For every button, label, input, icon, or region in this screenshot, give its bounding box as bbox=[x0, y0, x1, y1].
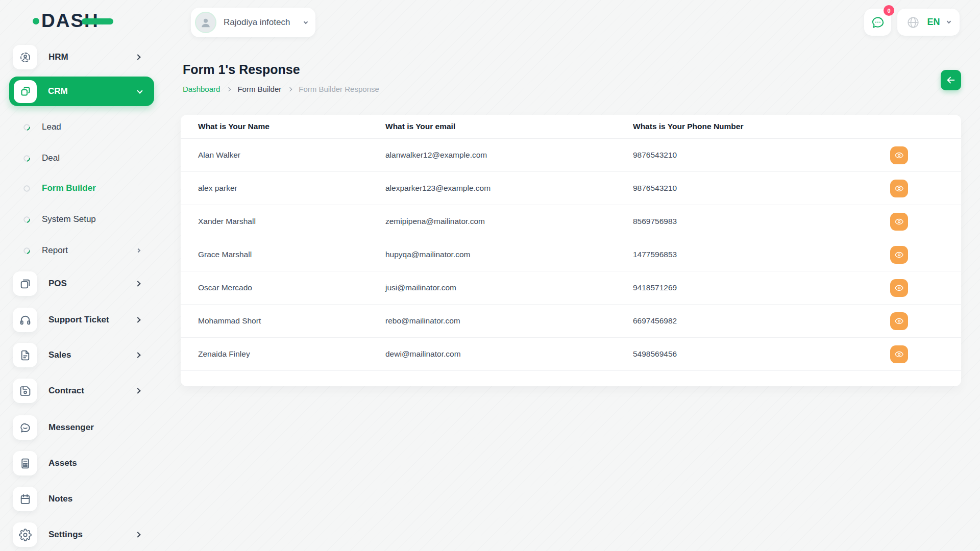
chevron-right-icon bbox=[136, 248, 140, 253]
table-header-row: What is Your Name What is Your email Wha… bbox=[181, 115, 961, 139]
chevron-right-icon bbox=[135, 317, 140, 322]
cell-email: jusi@mailinator.com bbox=[385, 283, 633, 292]
cell-email: hupyqa@mailinator.com bbox=[385, 250, 633, 259]
table-row: Oscar Mercado jusi@mailinator.com 941857… bbox=[181, 271, 961, 305]
table-row: Mohammad Short rebo@mailinator.com 66974… bbox=[181, 305, 961, 338]
breadcrumb-form-builder[interactable]: Form Builder bbox=[237, 85, 281, 93]
view-response-button[interactable] bbox=[890, 279, 908, 297]
chevron-down-icon bbox=[947, 19, 951, 23]
sidebar-item-sales[interactable]: Sales bbox=[0, 343, 153, 367]
chevron-right-icon bbox=[135, 54, 140, 60]
column-header-email: What is Your email bbox=[385, 122, 633, 131]
document-icon bbox=[13, 343, 37, 367]
chat-bubble-icon bbox=[13, 415, 37, 440]
bullet-icon bbox=[23, 216, 30, 223]
floppy-disk-icon bbox=[13, 379, 37, 403]
app-logo: DASH bbox=[33, 8, 125, 33]
bullet-icon bbox=[23, 247, 30, 254]
pos-screens-icon bbox=[13, 271, 37, 296]
sidebar-item-pos[interactable]: POS bbox=[0, 271, 153, 296]
sidebar-item-form-builder[interactable]: Form Builder bbox=[0, 178, 153, 198]
company-avatar bbox=[195, 12, 216, 33]
sidebar-item-lead[interactable]: Lead bbox=[0, 117, 153, 137]
sidebar-item-support-ticket[interactable]: Support Ticket bbox=[0, 308, 153, 332]
globe-icon bbox=[906, 16, 920, 29]
cell-email: alanwalker12@example.com bbox=[385, 151, 633, 160]
sidebar-item-messenger[interactable]: Messenger bbox=[0, 415, 153, 440]
cell-email: dewi@mailinator.com bbox=[385, 349, 633, 359]
cell-email: rebo@mailinator.com bbox=[385, 316, 633, 325]
cell-phone: 5498569456 bbox=[633, 349, 890, 359]
view-response-button[interactable] bbox=[890, 146, 908, 164]
chevron-right-icon bbox=[135, 281, 140, 286]
view-response-button[interactable] bbox=[890, 345, 908, 363]
sidebar-item-notes[interactable]: Notes bbox=[0, 487, 153, 511]
headset-icon bbox=[13, 308, 37, 332]
back-button[interactable] bbox=[941, 70, 961, 90]
gear-icon bbox=[13, 522, 37, 547]
cell-name: Oscar Mercado bbox=[181, 283, 385, 292]
view-response-button[interactable] bbox=[890, 312, 908, 330]
sidebar-item-settings[interactable]: Settings bbox=[0, 522, 153, 547]
eye-icon bbox=[894, 349, 904, 359]
cell-email: zemipipena@mailinator.com bbox=[385, 217, 633, 226]
view-response-button[interactable] bbox=[890, 213, 908, 231]
bullet-icon bbox=[23, 124, 30, 131]
breadcrumb-dashboard[interactable]: Dashboard bbox=[183, 85, 220, 93]
hrm-user-scan-icon bbox=[13, 45, 37, 69]
cell-name: Grace Marshall bbox=[181, 250, 385, 259]
chat-bubble-icon bbox=[871, 15, 885, 30]
cell-phone: 8569756983 bbox=[633, 217, 890, 226]
company-selector[interactable]: Rajodiya infotech bbox=[191, 8, 315, 37]
eye-icon bbox=[894, 283, 904, 293]
cell-phone: 9418571269 bbox=[633, 283, 890, 292]
company-name: Rajodiya infotech bbox=[224, 17, 304, 28]
view-response-button[interactable] bbox=[890, 180, 908, 197]
eye-icon bbox=[894, 250, 904, 260]
eye-icon bbox=[894, 151, 904, 160]
chevron-right-icon bbox=[227, 87, 231, 91]
cell-phone: 6697456982 bbox=[633, 316, 890, 325]
bullet-icon bbox=[23, 155, 30, 162]
logo-dash-icon bbox=[82, 18, 113, 24]
sidebar-item-report[interactable]: Report bbox=[0, 240, 153, 261]
column-header-name: What is Your Name bbox=[181, 122, 385, 131]
responses-table-card: What is Your Name What is Your email Wha… bbox=[181, 115, 961, 386]
cell-name: alex parker bbox=[181, 184, 385, 193]
language-code: EN bbox=[927, 17, 940, 28]
table-row: Xander Marshall zemipipena@mailinator.co… bbox=[181, 205, 961, 238]
chevron-down-icon bbox=[137, 88, 142, 93]
notification-badge: 0 bbox=[884, 5, 894, 16]
language-selector[interactable]: EN bbox=[897, 9, 960, 36]
cell-name: Mohammad Short bbox=[181, 316, 385, 325]
cell-name: Alan Walker bbox=[181, 151, 385, 160]
table-row: Alan Walker alanwalker12@example.com 987… bbox=[181, 139, 961, 172]
chevron-right-icon bbox=[288, 87, 292, 91]
logo-dot-icon bbox=[33, 18, 39, 24]
sidebar-item-deal[interactable]: Deal bbox=[0, 148, 153, 168]
view-response-button[interactable] bbox=[890, 246, 908, 264]
cell-name: Xander Marshall bbox=[181, 217, 385, 226]
sidebar-item-crm[interactable]: CRM bbox=[9, 77, 154, 106]
breadcrumb: Dashboard Form Builder Form Builder Resp… bbox=[183, 85, 379, 93]
column-header-phone: Whats is Your Phone Number bbox=[633, 122, 890, 131]
eye-icon bbox=[894, 316, 904, 326]
cell-email: alexparker123@example.com bbox=[385, 184, 633, 193]
sidebar-item-hrm[interactable]: HRM bbox=[0, 45, 153, 69]
calculator-icon bbox=[13, 451, 37, 475]
crm-squares-icon bbox=[14, 80, 37, 103]
sidebar-item-contract[interactable]: Contract bbox=[0, 379, 153, 403]
chevron-down-icon bbox=[304, 19, 308, 23]
table-row: Grace Marshall hupyqa@mailinator.com 147… bbox=[181, 238, 961, 271]
messenger-button[interactable]: 0 bbox=[864, 9, 891, 36]
bullet-icon bbox=[23, 185, 30, 192]
person-icon bbox=[199, 16, 212, 29]
sidebar-item-system-setup[interactable]: System Setup bbox=[0, 209, 153, 230]
cell-phone: 9876543210 bbox=[633, 184, 890, 193]
chevron-right-icon bbox=[135, 532, 140, 537]
eye-icon bbox=[894, 184, 904, 193]
arrow-left-icon bbox=[945, 74, 957, 86]
table-row: Zenaida Finley dewi@mailinator.com 54985… bbox=[181, 338, 961, 371]
sidebar-item-assets[interactable]: Assets bbox=[0, 451, 153, 475]
cell-phone: 9876543210 bbox=[633, 151, 890, 160]
